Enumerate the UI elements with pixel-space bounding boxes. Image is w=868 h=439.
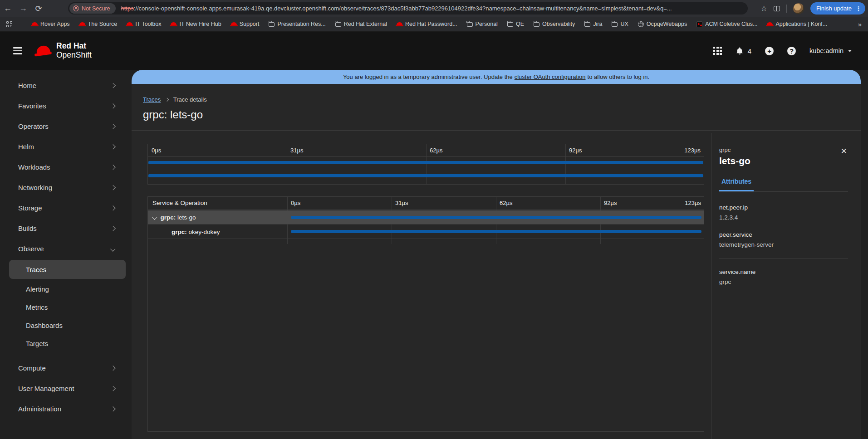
bookmark-ocpqewebapps[interactable]: OcpqeWebapps [638,21,687,27]
openshift-masthead: Red HatOpenShift 4 + ? kube:admin [0,32,868,70]
toolbar-divider [786,5,787,13]
chevron-down-icon [110,246,115,251]
collapse-chevron-icon[interactable] [152,215,157,220]
bookmark-the-source[interactable]: The Source [79,21,118,27]
finish-update-button[interactable]: Finish update ⋮ [810,2,865,15]
bookmark-acm-collective[interactable]: ACM Coletive Clus... [696,21,757,27]
tick-label: 62µs [500,200,512,206]
chevron-right-icon [110,406,115,411]
oauth-config-link[interactable]: cluster OAuth configuration [515,73,586,80]
waterfall-header-row: Service & Operation 0µs 31µs 62µs 92µs 1… [148,197,704,210]
security-chip[interactable]: ✕ Not Secure [69,3,116,14]
tick-label: 62µs [430,147,442,154]
notifications-button[interactable]: 4 [736,47,751,55]
tick-label: 92µs [604,200,617,206]
sidebar-item-traces[interactable]: Traces [9,260,126,279]
attribute-key: net.peer.ip [719,204,848,211]
folder-icon [507,22,513,27]
bookmark-it-new-hire-hub[interactable]: IT New Hire Hub [171,21,221,27]
sidebar-item-targets[interactable]: Targets [0,334,132,352]
sidebar-item-favorites[interactable]: Favorites [0,96,132,116]
forward-icon[interactable]: → [15,4,31,13]
sidebar-item-metrics[interactable]: Metrics [0,298,132,316]
bookmark-folder-presentation[interactable]: Presentation Res... [269,21,325,27]
sidebar-item-builds[interactable]: Builds [0,218,132,239]
user-menu[interactable]: kube:admin [809,47,852,54]
bookmark-support[interactable]: Support [231,21,260,27]
attribute-key: peer.service [719,231,848,238]
side-panel-icon[interactable] [774,6,780,11]
browser-menu-icon[interactable]: ⋮ [855,5,862,12]
browser-toolbar: ← → ⟳ ✕ Not Secure https://console-opens… [0,0,868,17]
nav-toggle-icon[interactable] [13,45,22,56]
notification-count: 4 [748,47,751,55]
sidebar-item-administration[interactable]: Administration [0,399,132,419]
sidebar-item-helm[interactable]: Helm [0,137,132,157]
span-details-drawer: grpc lets-go ✕ Attributes net.peer.ip 1.… [711,133,861,439]
redhat-fedora-icon [34,45,52,57]
sidebar-item-networking[interactable]: Networking [0,177,132,198]
folder-icon [467,22,473,27]
bookmarks-overflow-icon[interactable]: » [858,20,862,28]
content-card: You are logged in as a temporary adminis… [132,70,861,439]
sidebar-item-home[interactable]: Home [0,75,132,96]
bookmark-folder-redhat-external[interactable]: Red Hat External [335,21,387,27]
bookmark-folder-personal[interactable]: Personal [467,21,498,27]
profile-avatar[interactable] [793,3,804,14]
acm-favicon [696,21,702,27]
sidebar-item-user-management[interactable]: User Management [0,378,132,399]
sidebar-item-dashboards[interactable]: Dashboards [0,316,132,334]
sidebar-item-compute[interactable]: Compute [0,358,132,378]
redhat-favicon [397,22,402,26]
url-text: https://console-openshift-console.apps.e… [121,5,672,12]
openshift-logo[interactable]: Red HatOpenShift [34,42,92,59]
sidebar-item-observe[interactable]: Observe [0,239,132,259]
not-secure-icon: ✕ [73,5,79,11]
reload-icon[interactable]: ⟳ [31,4,46,14]
breadcrumb-traces-link[interactable]: Traces [143,96,161,103]
sidebar-item-alerting[interactable]: Alerting [0,280,132,298]
bookmark-rover-apps[interactable]: Rover Apps [32,21,70,27]
sidebar-item-workloads[interactable]: Workloads [0,157,132,177]
bookmark-star-icon[interactable]: ☆ [761,4,767,13]
address-bar[interactable]: ✕ Not Secure https://console-openshift-c… [68,2,748,15]
trace-minimap[interactable]: 0µs 31µs 62µs 92µs 123µs [147,144,704,185]
span-row-lets-go[interactable]: grpc: lets-go [148,210,704,224]
span-duration-bar[interactable] [291,216,701,219]
tick-label: 0µs [291,200,300,206]
breadcrumb-chevron-icon [165,98,169,102]
tab-attributes[interactable]: Attributes [719,178,754,191]
workspace: Home Favorites Operators Helm Workloads … [0,70,868,439]
span-duration-bar[interactable] [291,230,701,233]
drawer-tabs: Attributes [719,177,848,192]
back-icon[interactable]: ← [0,4,15,13]
bookmark-it-toolbox[interactable]: IT Toolbox [127,21,161,27]
close-icon[interactable]: ✕ [840,146,848,156]
attribute-value: 1.2.3.4 [719,214,848,221]
bookmark-folder-qe[interactable]: QE [507,21,524,27]
sidebar-item-operators[interactable]: Operators [0,116,132,137]
quick-create-button[interactable]: + [765,47,774,55]
url-https: https [121,5,134,12]
finish-update-label: Finish update [816,5,852,12]
trace-body: 0µs 31µs 62µs 92µs 123µs [132,133,861,439]
help-button[interactable]: ? [787,47,796,55]
bookmark-folder-observability[interactable]: Observability [534,21,575,27]
folder-icon [534,22,539,27]
chevron-down-icon [848,50,852,52]
chevron-right-icon [110,205,115,210]
bookmark-applications-konflux[interactable]: Applications | Konf... [767,21,827,27]
bookmark-folder-jira[interactable]: Jira [584,21,602,27]
attribute-value: grpc [719,278,848,285]
apps-grid-icon[interactable] [6,21,12,27]
bookmark-folder-ux[interactable]: UX [612,21,628,27]
minimap-span-bar [148,161,703,164]
bookmark-redhat-password[interactable]: Red Hat Password... [397,21,457,27]
span-row-okey-dokey[interactable]: grpc: okey-dokey [148,225,704,239]
folder-icon [269,22,275,27]
attributes-list: net.peer.ip 1.2.3.4 peer.service telemet… [719,204,848,285]
service-operation-header: Service & Operation [152,200,207,206]
app-launcher-icon[interactable] [713,47,722,55]
folder-icon [584,22,590,27]
sidebar-item-storage[interactable]: Storage [0,198,132,218]
